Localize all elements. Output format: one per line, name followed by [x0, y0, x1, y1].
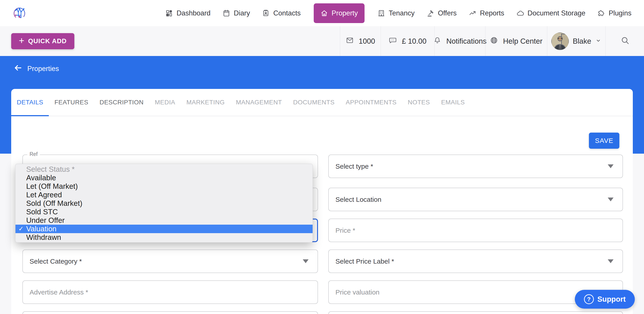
contact-card-icon [262, 10, 270, 17]
dropdown-option[interactable]: Sold (Off Market) [16, 199, 312, 208]
search-button[interactable] [606, 26, 644, 56]
help-center-button[interactable]: Help Center [485, 26, 547, 56]
location-select[interactable]: Select Location [328, 188, 623, 211]
nav-item-offers[interactable]: Offers [426, 9, 456, 17]
help-center-label: Help Center [503, 37, 542, 46]
question-mark-icon: ? [584, 294, 594, 304]
support-label: Support [598, 295, 626, 304]
nav-item-dashboard[interactable]: Dashboard [165, 9, 210, 17]
search-icon [620, 36, 630, 46]
nav-label: Contacts [273, 9, 300, 17]
price-field[interactable] [328, 218, 623, 242]
nav-item-reports[interactable]: Reports [469, 9, 504, 17]
bell-icon [433, 36, 441, 46]
nav-label: Document Storage [528, 9, 585, 17]
building-icon [378, 10, 385, 17]
partial-field-right[interactable] [328, 311, 623, 314]
price-label-select[interactable]: Select Price Label * [328, 250, 623, 273]
nav-item-contacts[interactable]: Contacts [262, 9, 300, 17]
quick-add-button[interactable]: + QUICK ADD [11, 33, 74, 49]
tab-marketing[interactable]: MARKETING [181, 89, 230, 116]
globe-icon [490, 36, 498, 46]
tab-description[interactable]: DESCRIPTION [94, 89, 149, 116]
tab-emails[interactable]: EMAILS [436, 89, 470, 116]
nav-label: Dashboard [176, 9, 210, 17]
balance-amount: £ 10.00 [402, 37, 426, 46]
top-nav-bar: Dashboard Diary Contacts Property [0, 0, 644, 26]
nav-label: Diary [234, 9, 250, 17]
tab-media[interactable]: MEDIA [149, 89, 181, 116]
dropdown-option-label: Valuation [26, 225, 56, 233]
location-select-label: Select Location [336, 196, 381, 203]
user-menu[interactable]: Blake [547, 26, 606, 56]
chevron-down-icon [595, 37, 602, 46]
cloud-icon [516, 10, 524, 17]
price-valuation-input[interactable] [336, 281, 614, 304]
breadcrumb-label: Properties [27, 65, 59, 73]
nav-item-diary[interactable]: Diary [222, 9, 250, 17]
support-button[interactable]: ? Support [575, 290, 635, 308]
tab-appointments[interactable]: APPOINTMENTS [340, 89, 402, 116]
dropdown-option-selected[interactable]: ✓ Valuation [16, 225, 312, 233]
puzzle-icon [598, 10, 605, 17]
ref-field-label: Ref [27, 151, 40, 157]
partial-field-left[interactable] [22, 311, 318, 314]
app-logo[interactable] [12, 6, 26, 20]
category-select[interactable]: Select Category * [22, 250, 318, 273]
caret-down-icon [608, 164, 614, 168]
tab-notes[interactable]: NOTES [402, 89, 436, 116]
quick-add-label: QUICK ADD [28, 38, 67, 45]
category-select-label: Select Category * [30, 258, 82, 265]
save-button[interactable]: SAVE [589, 132, 619, 149]
dropdown-option[interactable]: Sold STC [16, 208, 312, 216]
advertise-address-field[interactable] [22, 280, 318, 304]
gavel-icon [426, 10, 434, 17]
mail-count: 1000 [359, 37, 375, 46]
nav-label: Tenancy [389, 9, 414, 17]
nav-label: Reports [480, 9, 504, 17]
avatar [551, 32, 569, 50]
envelope-icon [346, 36, 354, 46]
nav-label: Property [332, 9, 358, 17]
dropdown-option-placeholder[interactable]: Select Status * [16, 165, 312, 174]
home-icon [320, 10, 328, 17]
nav-label: Plugins [608, 9, 632, 17]
tab-details[interactable]: DETAILS [11, 89, 49, 116]
dropdown-option[interactable]: Let Agreed [16, 190, 312, 199]
nav-item-plugins[interactable]: Plugins [598, 9, 632, 17]
nav-item-property[interactable]: Property [314, 3, 364, 23]
trend-arrow-icon [469, 10, 476, 17]
calendar-icon [222, 10, 230, 17]
dashboard-grid-icon [165, 10, 173, 17]
status-dropdown-menu: Select Status * Available Let (Off Marke… [15, 164, 313, 242]
nav-item-document-storage[interactable]: Document Storage [516, 9, 585, 17]
price-label-select-label: Select Price Label * [336, 258, 394, 265]
check-icon: ✓ [18, 225, 24, 233]
type-select-label: Select type * [336, 162, 373, 170]
dropdown-option[interactable]: Available [16, 174, 312, 182]
nav-item-tenancy[interactable]: Tenancy [378, 9, 414, 17]
advertise-address-input[interactable] [30, 281, 308, 304]
app: Dashboard Diary Contacts Property [0, 0, 644, 314]
dropdown-option[interactable]: Withdrawn [16, 233, 312, 242]
breadcrumb[interactable]: Properties [14, 64, 59, 74]
caret-down-icon [608, 259, 614, 263]
toolbar-right-cluster: 1000 £ 10.00 Notifications Help Center [340, 26, 644, 56]
dropdown-option[interactable]: Under Offer [16, 216, 312, 225]
balance-display[interactable]: £ 10.00 [381, 26, 434, 56]
tab-bar: DETAILS FEATURES DESCRIPTION MEDIA MARKE… [11, 89, 633, 116]
mail-counter[interactable]: 1000 [340, 26, 381, 56]
chat-bubble-icon [389, 36, 397, 46]
tab-management[interactable]: MANAGEMENT [230, 89, 288, 116]
dropdown-option[interactable]: Let (Off Market) [16, 182, 312, 190]
caret-down-icon [303, 259, 308, 263]
tab-features[interactable]: FEATURES [49, 89, 94, 116]
nav-label: Offers [438, 9, 456, 17]
notifications-button[interactable]: Notifications [434, 26, 485, 56]
price-input[interactable] [336, 219, 614, 242]
caret-down-icon [608, 198, 614, 201]
back-arrow-icon [14, 64, 22, 74]
type-select[interactable]: Select type * [328, 154, 623, 178]
tab-documents[interactable]: DOCUMENTS [288, 89, 340, 116]
main-nav: Dashboard Diary Contacts Property [165, 3, 644, 23]
